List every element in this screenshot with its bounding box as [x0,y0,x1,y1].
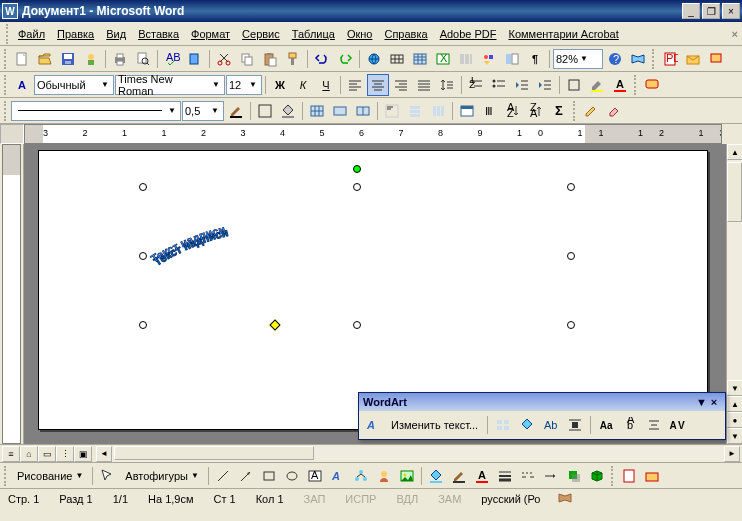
wordart-gallery-icon[interactable] [492,414,514,436]
borders-icon[interactable] [563,74,585,96]
toolbar-handle[interactable] [611,466,615,486]
status-trk[interactable]: ИСПР [341,493,380,505]
dash-style-icon[interactable] [517,465,539,487]
menu-help[interactable]: Справка [378,26,433,42]
resize-handle[interactable] [567,183,575,191]
redo-icon[interactable] [334,48,356,70]
bold-icon[interactable]: Ж [269,74,291,96]
menu-view[interactable]: Вид [100,26,132,42]
page[interactable]: Текст надписи Текст надписи [38,150,708,430]
hyperlink-icon[interactable] [363,48,385,70]
prev-page-icon[interactable]: ▲ [727,396,742,412]
draw-table-icon[interactable] [580,100,602,122]
sort-desc-icon[interactable]: ZA [525,100,547,122]
permissions-icon[interactable] [80,48,102,70]
menu-table[interactable]: Таблица [286,26,341,42]
line-color-icon[interactable] [448,465,470,487]
wordart-toolbar[interactable]: WordArt ▼ × A Изменить текст... Ab Aa Ab… [358,392,726,440]
bullets-icon[interactable] [488,74,510,96]
save-icon[interactable] [57,48,79,70]
autoformat-icon[interactable] [456,100,478,122]
split-cells-icon[interactable] [352,100,374,122]
scroll-left-icon[interactable]: ◄ [96,446,112,462]
menu-window[interactable]: Окно [341,26,379,42]
undo-icon[interactable] [311,48,333,70]
resize-handle[interactable] [139,321,147,329]
highlight-icon[interactable] [586,74,608,96]
insert-wordart-draw-icon[interactable]: A [327,465,349,487]
horizontal-scrollbar[interactable]: ◄ ► [96,446,740,462]
resize-handle[interactable] [567,321,575,329]
print-preview-icon[interactable] [132,48,154,70]
drawing-icon[interactable] [478,48,500,70]
autoshapes-button[interactable]: Автофигуры▼ [119,468,205,484]
browse-object-icon[interactable]: ● [727,412,742,428]
resize-handle[interactable] [139,183,147,191]
help-icon[interactable]: ? [604,48,626,70]
resize-handle[interactable] [139,252,147,260]
minimize-button[interactable]: _ [682,3,700,19]
adjust-handle[interactable] [270,319,281,330]
font-color-icon[interactable]: A [609,74,631,96]
toolbar-handle[interactable] [4,75,8,95]
menu-tools[interactable]: Сервис [236,26,286,42]
horizontal-ruler[interactable]: 3 2 1 1 2 3 4 5 6 7 8 9 10 11 12 13 14 1… [24,124,722,144]
reading-view-icon[interactable]: ▣ [74,446,92,462]
toolbar-handle[interactable] [6,24,10,44]
doc-map-icon[interactable] [501,48,523,70]
align-right-icon[interactable] [390,74,412,96]
italic-icon[interactable]: К [292,74,314,96]
merge-cells-icon[interactable] [329,100,351,122]
research-icon[interactable] [184,48,206,70]
outline-view-icon[interactable]: ⋮ [56,446,74,462]
same-letter-heights-icon[interactable]: Aa [595,414,617,436]
menu-doc-close[interactable]: × [732,28,738,40]
pdf-convert-icon[interactable]: PDF [659,48,681,70]
menu-edit[interactable]: Правка [51,26,100,42]
web-view-icon[interactable]: ⌂ [20,446,38,462]
shadow-style-icon[interactable] [563,465,585,487]
menu-format[interactable]: Формат [185,26,236,42]
show-marks-icon[interactable]: ¶ [524,48,546,70]
align-top-left-icon[interactable] [381,100,403,122]
status-ovr[interactable]: ЗАМ [434,493,465,505]
text-wrapping-icon[interactable] [564,414,586,436]
edit-wordart-text-button[interactable]: Изменить текст... [386,416,483,434]
columns-icon[interactable] [455,48,477,70]
toolbar-handle[interactable] [4,101,8,121]
sort-asc-icon[interactable]: AZ [502,100,524,122]
clipart-icon[interactable] [373,465,395,487]
restore-button[interactable]: ❐ [702,3,720,19]
char-spacing-icon[interactable]: AV [667,414,689,436]
normal-view-icon[interactable]: ≡ [2,446,20,462]
alignment-icon[interactable] [643,414,665,436]
pdf-email-icon[interactable] [682,48,704,70]
status-book-icon[interactable] [557,490,573,508]
pen-color-icon[interactable] [225,100,247,122]
resize-handle[interactable] [353,321,361,329]
decrease-indent-icon[interactable] [511,74,533,96]
rotate-handle[interactable] [353,165,361,173]
styles-pane-icon[interactable]: A [11,74,33,96]
oval-icon[interactable] [281,465,303,487]
font-size-combo[interactable]: 12▼ [226,75,262,95]
toolbar-handle[interactable] [4,466,8,486]
fill-color-icon[interactable] [425,465,447,487]
wordart-toolbar-title[interactable]: WordArt ▼ × [359,393,725,411]
insert-table-icon[interactable] [409,48,431,70]
text-direction-icon[interactable]: Ⅲ [479,100,501,122]
align-left-icon[interactable] [344,74,366,96]
textbox-icon[interactable]: A [304,465,326,487]
read-mode-icon[interactable] [627,48,649,70]
drawing-menu-button[interactable]: Рисование▼ [11,468,89,484]
select-objects-icon[interactable] [96,465,118,487]
format-wordart-icon[interactable] [516,414,538,436]
wordart-toolbar-options-icon[interactable]: ▼ [696,396,707,408]
underline-icon[interactable]: Ч [315,74,337,96]
menu-insert[interactable]: Вставка [132,26,185,42]
next-page-icon[interactable]: ▼ [727,428,742,444]
acrobat-attach-icon[interactable] [618,465,640,487]
vertical-text-icon[interactable]: Ab [619,414,641,436]
numbering-icon[interactable]: 12 [465,74,487,96]
toolbar-handle[interactable] [4,49,8,69]
